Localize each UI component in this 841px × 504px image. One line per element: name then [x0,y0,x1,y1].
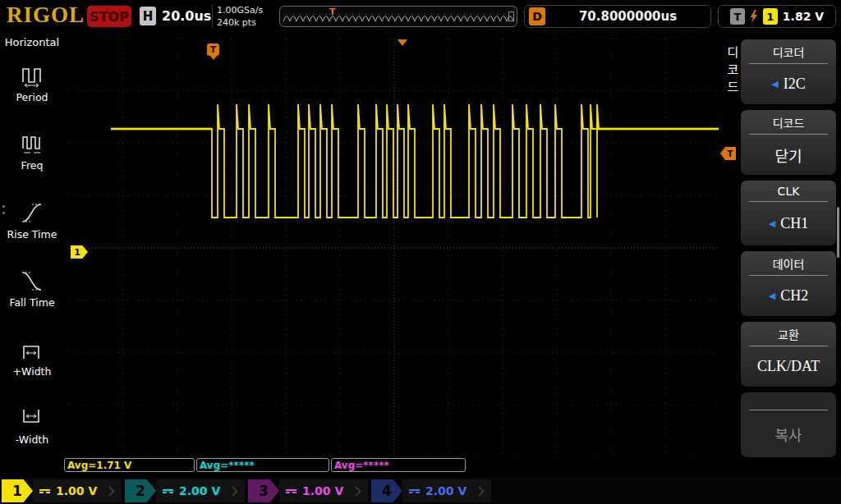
dc-coupling-icon [286,489,296,493]
delay-badge: D [529,7,545,25]
channel1-scale: 1.00 V [56,484,97,497]
softkey-value: CLK/DAT [757,358,820,375]
menu-scroll-dots [2,205,5,214]
channel3-scale: 1.00 V [302,484,343,497]
sidebar-item-plus-width[interactable]: +Width [0,323,64,392]
waveform-display [69,39,719,457]
menu-scrollbar[interactable] [837,207,839,258]
sidebar-item-label: -Width [16,433,48,446]
softkey-value: CH1 [780,215,808,232]
softkey-data-source[interactable]: 데이터 ◀ CH2 [741,251,836,316]
sidebar-item-minus-width[interactable]: -Width [0,392,64,460]
dc-coupling-icon [163,489,173,493]
chevron-right-icon [104,486,115,497]
minus-width-icon [16,405,48,431]
sidebar-item-label: Fall Time [9,296,54,309]
softkey-menu: 디코더 ◀ I2C 디코드 닫기 CLK ◀ CH1 데이터 ◀ CH2 [741,39,836,457]
sample-rate: 1.00GSa/s [217,4,263,16]
left-measure-menu: Horizontal Period Freq Rise Time Fall Ti… [0,33,64,460]
rise-time-icon [16,199,48,226]
softkey-value: 복사 [774,424,802,445]
measurement-slot-3[interactable]: Avg=***** [331,458,466,472]
dc-coupling-icon [39,489,50,493]
left-menu-title: Horizontal [5,36,59,48]
timebase-value: 20.0us [162,8,211,24]
delay-value: 70.8000000us [545,9,710,24]
softkey-clk-source[interactable]: CLK ◀ CH1 [741,181,836,245]
channel2-tag[interactable]: 2 2.00 V [125,479,245,502]
memory-wave-icon [282,7,517,27]
horizontal-badge: H [140,7,156,25]
freq-icon [16,131,48,157]
channel1-number-badge: 1 [2,479,33,502]
measurement-slot-1[interactable]: Avg=1.71 V [64,458,195,472]
run-stop-status[interactable]: STOP [87,6,131,27]
trigger-delay-marker[interactable] [398,39,407,46]
measurement-slot-2[interactable]: Avg=***** [196,458,329,472]
plus-width-icon [16,337,48,363]
softkey-decoder-type[interactable]: 디코더 ◀ I2C [741,39,836,104]
trigger-source-badge: 1 [763,8,778,25]
select-arrow-icon: ◀ [769,218,775,229]
delay-group[interactable]: D 70.8000000us [524,5,711,28]
sidebar-item-freq[interactable]: Freq [0,117,64,186]
top-status-bar: RIGOL STOP H 20.0us 1.00GSa/s 240k pts T… [0,0,841,33]
sidebar-item-rise-time[interactable]: Rise Time [0,186,64,254]
channel4-tag[interactable]: 4 2.00 V [371,479,491,502]
acquisition-info: 1.00GSa/s 240k pts [217,4,263,29]
softkey-decode-close[interactable]: 디코드 닫기 [741,110,836,175]
trigger-group[interactable]: T 1 1.82 V [718,5,836,28]
channel3-tag[interactable]: 3 1.00 V [248,479,368,502]
channel4-number-badge: 4 [371,479,402,502]
chevron-right-icon [351,486,361,497]
trigger-position-icon[interactable]: T [329,7,336,17]
trigger-point-flag-tip [210,56,217,60]
channel3-number-badge: 3 [248,479,279,502]
window-end-icon [508,11,514,21]
oscilloscope-screen: RIGOL STOP H 20.0us 1.00GSa/s 240k pts T… [0,0,841,504]
softkey-title: 데이터 [749,255,828,276]
softkey-value: 닫기 [774,144,802,166]
channel1-tag[interactable]: 1 1.00 V [2,479,122,502]
select-arrow-icon: ◀ [769,291,775,301]
softkey-copy: 복사 [741,392,836,457]
softkey-title [749,396,828,410]
softkey-value: CH2 [780,287,808,305]
softkey-swap-clk-dat[interactable]: 교환 CLK/DAT [741,322,836,387]
trigger-badge: T [730,8,745,25]
trigger-point-flag[interactable]: T [207,44,219,56]
sidebar-item-label: +Width [13,365,52,378]
select-arrow-icon: ◀ [771,79,778,89]
period-icon [16,62,48,89]
channel2-scale: 2.00 V [179,484,220,497]
chevron-right-icon [474,486,485,497]
trigger-level-marker[interactable]: T [720,147,736,160]
softkey-title: 디코더 [749,44,828,64]
decode-menu-tab: 디코드 [724,46,741,98]
chevron-right-icon [227,486,238,497]
sidebar-item-period[interactable]: Period [0,48,64,117]
channel-status-bar: 1 1.00 V 2 2.00 V 3 1.00 V 4 [0,478,841,504]
softkey-title: CLK [749,185,828,202]
dc-coupling-icon [409,489,420,493]
memory-depth: 240k pts [217,16,263,29]
softkey-title: 디코드 [749,114,828,135]
rigol-logo: RIGOL [7,2,85,28]
sidebar-item-label: Rise Time [7,228,57,241]
softkey-title: 교환 [749,326,828,346]
trigger-level-value: 1.82 V [783,10,824,23]
channel4-scale: 2.00 V [425,484,466,497]
softkey-value: I2C [784,76,806,93]
trigger-edge-icon [750,10,758,24]
horizontal-timebase-group[interactable]: H 20.0us [140,7,211,25]
divider [212,5,213,28]
channel2-number-badge: 2 [125,479,156,502]
fall-time-icon [16,268,48,294]
sidebar-item-label: Freq [21,159,44,172]
sidebar-item-label: Period [16,91,48,103]
horizontal-position-widget[interactable]: T [279,6,517,27]
sidebar-item-fall-time[interactable]: Fall Time [0,254,64,323]
